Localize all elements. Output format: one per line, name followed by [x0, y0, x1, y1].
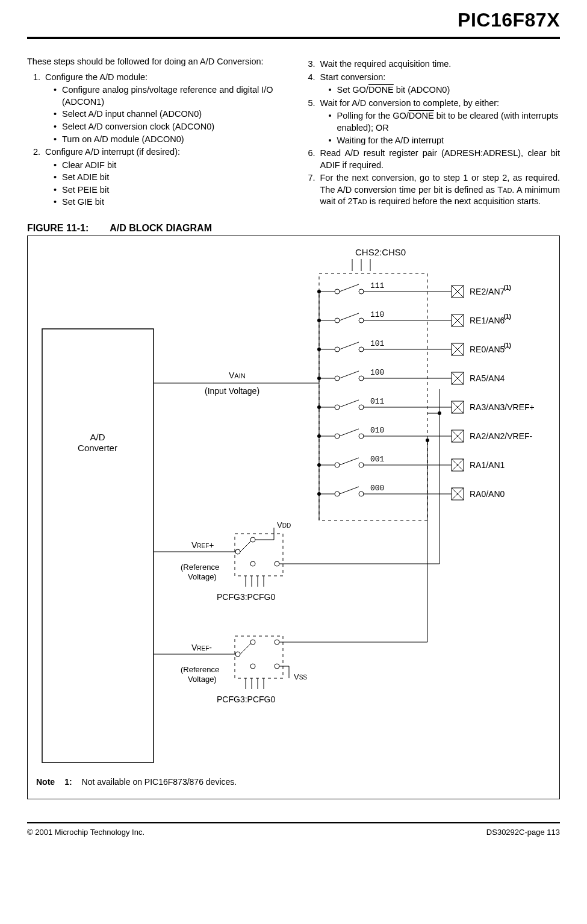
pcfg-label-2: PCFG3:PCFG0	[217, 695, 275, 704]
two-column-body: These steps should be followed for doing…	[27, 56, 560, 210]
svg-point-79	[317, 463, 321, 467]
svg-point-88	[275, 561, 279, 566]
svg-point-77	[317, 405, 321, 409]
figure-label: FIGURE 11-1:	[27, 223, 89, 233]
svg-point-100	[275, 640, 279, 645]
svg-point-89	[235, 549, 240, 554]
step-3: Wait the required acquisition time.	[318, 58, 561, 70]
note-num: 1:	[64, 776, 72, 788]
step-2-text: Configure A/D interrupt (if desired):	[45, 147, 180, 157]
channel-code: 111	[370, 281, 385, 290]
svg-point-53	[359, 463, 364, 467]
svg-point-74	[317, 319, 321, 322]
svg-rect-98	[235, 636, 283, 678]
step-7: For the next conversion, go to step 1 or…	[318, 172, 561, 208]
channel-code: 011	[370, 397, 385, 406]
svg-point-80	[317, 492, 321, 496]
svg-point-5	[359, 289, 364, 294]
channel-code: 100	[370, 368, 384, 377]
input-voltage-label: (Input Voltage)	[205, 386, 259, 396]
svg-point-61	[359, 492, 364, 496]
footer-rule	[27, 822, 560, 823]
note-text: Not available on PIC16F873/876 devices.	[82, 776, 237, 788]
svg-line-46	[340, 429, 359, 436]
svg-point-29	[359, 376, 364, 381]
chs-label: CHS2:CHS0	[355, 247, 406, 257]
footer-left: © 2001 Microchip Technology Inc.	[27, 827, 144, 838]
vss-label: VSS	[294, 672, 307, 681]
title-rule	[27, 37, 560, 39]
vrefm-label: VREF-	[191, 643, 212, 652]
page-footer: © 2001 Microchip Technology Inc. DS30292…	[27, 827, 560, 844]
svg-line-104	[240, 643, 251, 654]
svg-point-87	[250, 561, 255, 566]
list-item: Turn on A/D module (ADCON0)	[54, 134, 285, 146]
svg-point-99	[250, 640, 255, 645]
channel-pin-label: RE2/AN7	[470, 287, 505, 296]
svg-line-54	[340, 458, 359, 465]
list-item: Select A/D input channel (ADCON0)	[54, 108, 285, 120]
intro-paragraph: These steps should be followed for doing…	[27, 56, 285, 68]
svg-point-60	[335, 492, 340, 496]
svg-point-78	[317, 434, 321, 438]
channel-pin-label: RE1/AN6	[470, 316, 505, 325]
svg-rect-82	[42, 329, 154, 763]
vrefp-switch: VDD VREF+ (Reference Voltage)	[154, 413, 439, 602]
svg-point-103	[235, 652, 240, 657]
channel-pin-label: RA3/AN3/VREF+	[470, 402, 535, 412]
list-item: Set GO/DONE bit (ADCON0)	[329, 84, 561, 96]
figure-note: Note 1: Not available on PIC16F873/876 d…	[36, 776, 551, 788]
svg-point-21	[359, 347, 364, 352]
step-6: Read A/D result register pair (ADRESH:AD…	[318, 148, 561, 171]
list-item: Polling for the GO/DONE bit to be cleare…	[329, 110, 561, 134]
svg-point-28	[335, 376, 340, 381]
svg-line-38	[340, 400, 359, 407]
channel-pin-label: RA1/AN1	[470, 460, 505, 470]
svg-point-101	[250, 664, 255, 669]
refv-label-1b: Voltage)	[188, 572, 217, 581]
refv-label-1: (Reference	[181, 563, 219, 572]
step-5-text: Wait for A/D conversion to complete, by …	[320, 98, 500, 108]
svg-point-52	[335, 463, 340, 467]
step-4-sub: Set GO/DONE bit (ADCON0)	[320, 84, 561, 96]
svg-point-45	[359, 434, 364, 439]
note1-sup: (1)	[504, 284, 511, 291]
note-label: Note	[36, 776, 55, 788]
svg-point-20	[335, 347, 340, 352]
converter-label-2: Converter	[78, 443, 117, 453]
converter-label-1: A/D	[90, 432, 105, 442]
step-1-sub: Configure analog pins/voltage reference …	[45, 84, 285, 145]
list-item: Set ADIE bit	[54, 172, 285, 184]
channel-pin-label: RA0/AN0	[470, 489, 505, 499]
list-item: Clear ADIF bit	[54, 160, 285, 172]
figure-title-row: FIGURE 11-1: A/D BLOCK DIAGRAM	[27, 222, 560, 236]
svg-point-44	[335, 434, 340, 439]
list-item: Configure analog pins/voltage reference …	[54, 84, 285, 108]
svg-point-84	[250, 537, 255, 542]
channel-pin-label: RE0/AN5	[470, 345, 505, 354]
vain-label: VAIN	[229, 370, 246, 380]
step-5: Wait for A/D conversion to complete, by …	[318, 98, 561, 146]
step-4: Start conversion: Set GO/DONE bit (ADCON…	[318, 72, 561, 96]
note1-sup: (1)	[504, 313, 511, 320]
svg-point-36	[335, 405, 340, 410]
svg-point-76	[317, 376, 321, 380]
svg-point-37	[359, 405, 364, 410]
steps-left: Configure the A/D module: Configure anal…	[27, 72, 285, 208]
ad-block-diagram: CHS2:CHS0 111RE2/AN7(1)110RE1/AN6(1)101R…	[36, 245, 551, 769]
footer-right: DS30292C-page 113	[486, 827, 560, 838]
svg-point-75	[317, 348, 321, 351]
svg-line-62	[340, 487, 359, 494]
channel-code: 000	[370, 484, 384, 493]
refv-label-2b: Voltage)	[188, 675, 217, 684]
svg-line-30	[340, 371, 359, 378]
channel-code: 110	[370, 310, 384, 319]
steps-right: Wait the required acquisition time. Star…	[302, 58, 561, 208]
list-item: Set GIE bit	[54, 196, 285, 208]
note1-sup: (1)	[504, 342, 511, 349]
channel-code: 001	[370, 455, 385, 464]
svg-point-13	[359, 318, 364, 323]
refv-label-2: (Reference	[181, 665, 219, 674]
svg-point-73	[317, 290, 321, 293]
channel-code: 101	[370, 339, 385, 348]
